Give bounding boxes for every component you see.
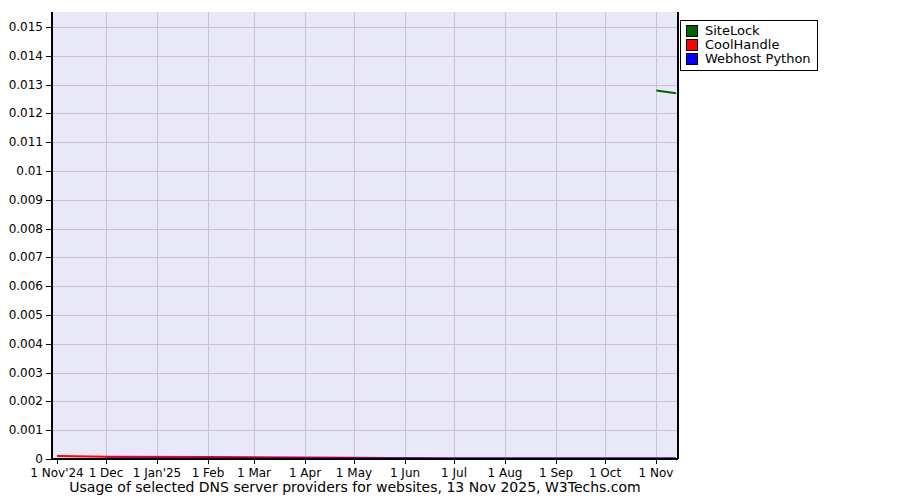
legend-item: CoolHandle — [686, 38, 811, 52]
x-tick-label: 1 Feb — [192, 466, 225, 480]
y-tick-label: 0.002 — [9, 394, 43, 408]
plot-area — [52, 12, 678, 459]
legend: SiteLockCoolHandleWebhost Python — [680, 20, 818, 71]
y-tick-label: 0.001 — [9, 423, 43, 437]
y-tick-label: 0.003 — [9, 366, 43, 380]
x-tick-label: 1 Oct — [589, 466, 621, 480]
y-tick-label: 0 — [35, 452, 43, 466]
legend-swatch — [686, 25, 698, 37]
x-tick-label: 1 Nov'24 — [30, 466, 83, 480]
chart-title: Usage of selected DNS server providers f… — [0, 479, 710, 495]
x-tick-label: 1 Jun — [390, 466, 420, 480]
legend-item: Webhost Python — [686, 52, 811, 66]
y-tick-label: 0.005 — [9, 308, 43, 322]
y-tick-label: 0.012 — [9, 106, 43, 120]
x-tick-label: 1 May — [336, 466, 372, 480]
line-chart: 00.0010.0020.0030.0040.0050.0060.0070.00… — [0, 0, 900, 500]
chart-canvas: 00.0010.0020.0030.0040.0050.0060.0070.00… — [0, 0, 900, 500]
x-tick-label: 1 Aug — [488, 466, 523, 480]
x-tick-label: 1 Jan'25 — [133, 466, 182, 480]
legend-label: SiteLock — [705, 24, 760, 38]
legend-swatch — [686, 53, 698, 65]
x-tick-label: 1 Jul — [441, 466, 467, 480]
y-tick-label: 0.006 — [9, 279, 43, 293]
y-tick-label: 0.014 — [9, 49, 43, 63]
x-tick-label: 1 Apr — [289, 466, 321, 480]
y-tick-label: 0.008 — [9, 222, 43, 236]
y-tick-label: 0.013 — [9, 78, 43, 92]
x-tick-label: 1 Sep — [539, 466, 573, 480]
y-tick-label: 0.011 — [9, 135, 43, 149]
y-tick-label: 0.01 — [16, 164, 43, 178]
legend-label: CoolHandle — [705, 38, 779, 52]
x-tick-label: 1 Nov — [639, 466, 674, 480]
x-tick-label: 1 Mar — [237, 466, 271, 480]
y-tick-label: 0.004 — [9, 337, 43, 351]
x-tick-label: 1 Dec — [89, 466, 124, 480]
legend-item: SiteLock — [686, 24, 811, 38]
y-tick-label: 0.007 — [9, 250, 43, 264]
y-tick-label: 0.009 — [9, 193, 43, 207]
y-tick-label: 0.015 — [9, 20, 43, 34]
legend-label: Webhost Python — [705, 52, 811, 66]
legend-swatch — [686, 39, 698, 51]
